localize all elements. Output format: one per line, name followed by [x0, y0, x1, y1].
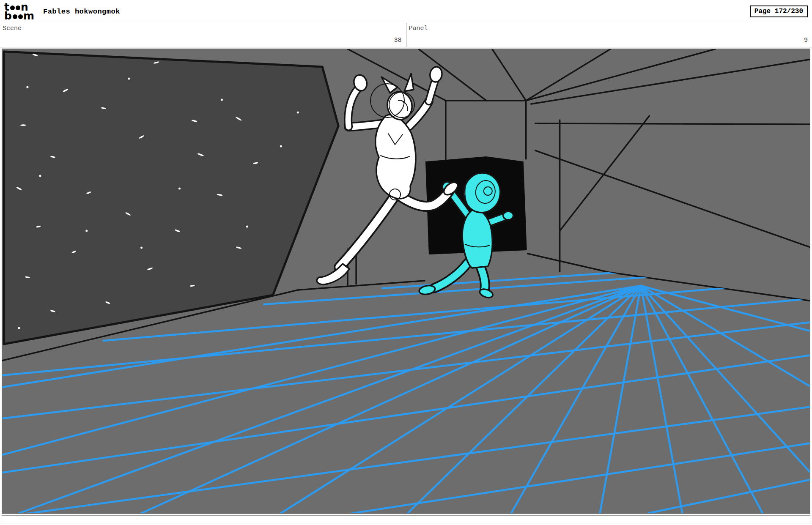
project-title: Fables hokwongmok [43, 8, 120, 16]
logo-dot-icon [10, 5, 15, 10]
scene-value: 38 [394, 37, 401, 44]
logo-dot-icon [16, 5, 20, 10]
fields-row: Scene 38 Panel 9 [0, 23, 812, 47]
caption-row [2, 515, 810, 523]
toonboom-logo-line2: b m [4, 11, 35, 20]
logo-dot-icon [18, 14, 23, 19]
page-header: t n b m Fables hokwongmok Page 172/230 [0, 0, 812, 23]
storyboard-panel-canvas [2, 49, 810, 514]
scene-label: Scene [3, 25, 22, 32]
logo-letter: b [4, 11, 12, 21]
toonboom-logo: t n b m [4, 3, 35, 20]
panel-label: Panel [409, 25, 428, 32]
panel-value: 9 [804, 37, 808, 44]
scene-field: Scene 38 [0, 23, 406, 47]
storyboard-drawing [2, 49, 810, 513]
panel-field: Panel 9 [406, 23, 812, 47]
logo-letter: m [23, 11, 35, 21]
page-number-badge: Page 172/230 [750, 5, 808, 17]
logo-dot-icon [13, 14, 17, 19]
